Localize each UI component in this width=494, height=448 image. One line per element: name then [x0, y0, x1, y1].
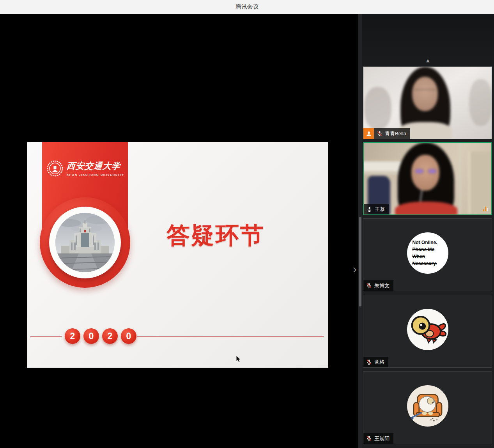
- video-art-shape: [395, 202, 457, 214]
- participant-tile[interactable]: Not Online. Phone Me When Necessary.: [363, 218, 492, 291]
- creature-armchair-avatar-icon: [407, 385, 448, 427]
- video-art-shape: [469, 79, 492, 126]
- goldfish-avatar-icon: [407, 309, 448, 350]
- participant-avatar: [407, 309, 448, 350]
- university-name-cn: 西安交通大学: [66, 160, 125, 172]
- avatar-text-line: Phone Me: [413, 246, 448, 253]
- video-art-shape: [364, 87, 391, 130]
- year-circles: 2 0 2 0: [65, 328, 136, 344]
- year-digit: 2: [102, 328, 118, 344]
- mic-muted-icon: [377, 131, 382, 136]
- collapse-panel-icon[interactable]: ▲: [362, 55, 494, 65]
- video-art-shape: [414, 89, 436, 95]
- host-badge-icon: [363, 128, 374, 139]
- mic-muted-icon: [366, 359, 372, 365]
- window-title: 腾讯会议: [235, 3, 259, 11]
- participant-tile[interactable]: 青青Bella: [363, 66, 492, 139]
- slide-year-row: 2 0 2 0: [27, 328, 328, 345]
- participant-name: 党格: [374, 359, 384, 366]
- participant-name: 王慕: [375, 206, 385, 213]
- participant-name: 青青Bella: [385, 130, 406, 137]
- university-name-en: XI'AN JIAOTONG UNIVERSITY: [67, 173, 124, 177]
- participant-name: 王晨阳: [374, 435, 390, 442]
- avatar-text-line: Not Online.: [413, 239, 448, 246]
- avatar-text: Not Online. Phone Me When Necessary.: [407, 239, 448, 267]
- network-signal-icon: [483, 207, 488, 211]
- presentation-slide: 西安交通大学 XI'AN JIAOTONG UNIVERSITY 答疑环节 2 …: [27, 142, 328, 368]
- participant-tile[interactable]: 王慕: [363, 142, 492, 215]
- year-digit: 2: [65, 328, 80, 344]
- slide-title: 答疑环节: [166, 220, 295, 251]
- avatar-text-line: When: [413, 253, 448, 260]
- university-building-photo: [55, 213, 115, 272]
- window-titlebar: 腾讯会议: [0, 0, 494, 14]
- video-art-shape: [414, 168, 425, 174]
- participant-nameplate: 青青Bella: [363, 128, 410, 139]
- university-logo: 西安交通大学 XI'AN JIAOTONG UNIVERSITY: [46, 158, 124, 179]
- shared-screen-stage: 西安交通大学 XI'AN JIAOTONG UNIVERSITY 答疑环节 2 …: [0, 14, 358, 448]
- panel-divider[interactable]: [358, 14, 362, 448]
- participants-panel: ▲: [362, 14, 494, 448]
- participant-tile[interactable]: 党格: [363, 295, 492, 368]
- meeting-window: 腾讯会议: [0, 0, 494, 448]
- video-art-shape: [459, 143, 461, 214]
- year-divider-line-right: [137, 336, 324, 337]
- year-digit: 0: [83, 328, 99, 344]
- building-illustration: [55, 213, 115, 272]
- mic-muted-icon: [366, 436, 372, 441]
- mic-on-icon: [367, 206, 372, 212]
- year-divider-line-left: [30, 336, 62, 337]
- participant-nameplate: 王慕: [364, 204, 389, 214]
- mouse-cursor-icon: [236, 355, 241, 363]
- participant-nameplate: 党格: [363, 357, 388, 367]
- participant-name: 朱博文: [374, 282, 390, 289]
- participant-nameplate: 王晨阳: [363, 433, 393, 444]
- avatar-text-line: Necessary.: [413, 260, 448, 267]
- participant-tile[interactable]: 王晨阳: [363, 371, 492, 444]
- scrollbar-thumb[interactable]: [359, 217, 361, 306]
- mic-muted-icon: [366, 283, 372, 289]
- participant-nameplate: 朱博文: [363, 280, 393, 291]
- video-art-shape: [427, 168, 437, 174]
- participant-avatar: Not Online. Phone Me When Necessary.: [407, 232, 448, 274]
- year-digit: 0: [121, 328, 136, 344]
- participant-avatar: [407, 385, 448, 427]
- university-name-block: 西安交通大学 XI'AN JIAOTONG UNIVERSITY: [67, 160, 124, 177]
- university-seal-icon: [46, 160, 64, 177]
- video-art-shape: [469, 152, 491, 214]
